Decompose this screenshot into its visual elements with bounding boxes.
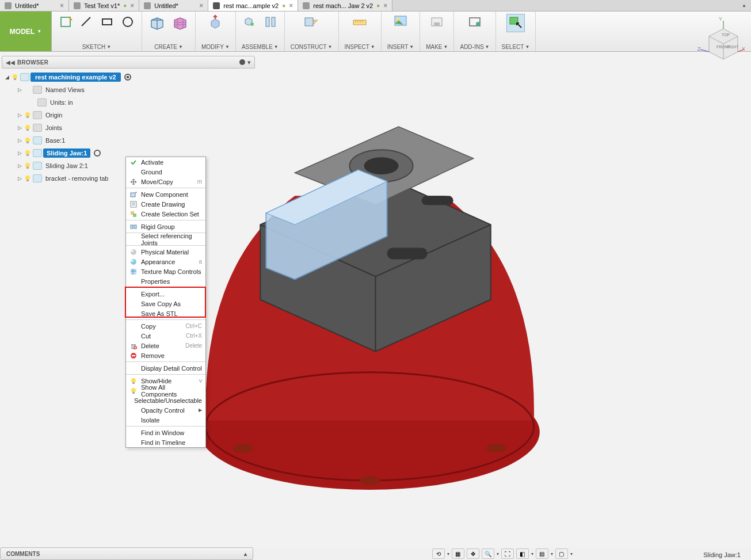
visibility-bulb-icon[interactable] [24,136,32,144]
joint-asbuilt-icon[interactable] [262,14,279,30]
visibility-bulb-icon[interactable] [24,111,32,119]
group-label[interactable]: INSPECT▼ [345,44,375,50]
tree-node[interactable]: ▷Origin [2,109,255,121]
menu-item-texture-map-controls[interactable]: Texture Map Controls [126,266,205,276]
menu-item-isolate[interactable]: Isolate [126,415,205,425]
print3d-icon[interactable] [429,14,445,30]
group-label[interactable]: MAKE▼ [426,44,448,50]
comments-panel-header[interactable]: COMMENTS ▴ [0,547,253,560]
sketch-create-icon[interactable] [58,14,74,30]
grid-icon[interactable]: ▤ [536,548,548,559]
close-icon[interactable]: × [289,2,293,10]
measure-icon[interactable] [352,14,368,30]
menu-item-export[interactable]: Export... [126,289,205,299]
presspull-icon[interactable] [207,14,223,30]
menu-item-appearance[interactable]: Appearancea [126,257,205,266]
expander-icon[interactable]: ◢ [4,74,10,80]
tree-root[interactable]: ◢ rest machining example v2 [2,71,255,83]
expander-icon[interactable]: ▷ [17,112,22,118]
menu-item-activate[interactable]: Activate [126,157,205,167]
expander-icon[interactable]: ▷ [17,163,22,169]
options-icon[interactable]: ▾ [247,59,251,66]
tree-node[interactable]: Units: in [2,96,255,109]
workspace-switcher[interactable]: MODEL ▼ [0,12,52,51]
plane-icon[interactable] [303,14,319,30]
insert-decal-icon[interactable] [392,14,409,30]
display-style-icon[interactable]: ◧ [516,548,529,559]
menu-item-select-referencing-joints[interactable]: Select referencing Joints [126,234,205,244]
tab-untitled-2[interactable]: Untitled* × [139,0,208,11]
view-cube[interactable]: Y Z X FRONT TOP RIGHT [695,16,741,62]
pan-icon[interactable]: ✥ [467,548,479,559]
close-icon[interactable]: × [130,2,134,10]
visibility-bulb-icon[interactable] [24,149,32,157]
group-label[interactable]: SKETCH▼ [82,44,111,50]
tree-node[interactable]: ▷Named Views [2,83,255,96]
circle-icon[interactable] [120,14,136,30]
menu-item-physical-material[interactable]: Physical Material [126,247,205,257]
menu-item-save-copy-as[interactable]: Save Copy As [126,299,205,308]
line-icon[interactable] [78,14,94,30]
menu-item-find-in-window[interactable]: Find in Window [126,428,205,437]
select-tool-icon[interactable] [506,14,525,32]
menu-item-create-drawing[interactable]: Create Drawing [126,199,205,209]
tab-test-text[interactable]: Test Text v1* ● × [69,0,139,11]
menu-item-rigid-group[interactable]: Rigid Group [126,222,205,231]
menu-item-move-copy[interactable]: Move/Copym [126,177,205,186]
menu-item-ground[interactable]: Ground [126,167,205,177]
tab-jaw2[interactable]: rest mach... Jaw 2 v2 ● × [298,0,392,11]
expander-icon[interactable]: ▷ [17,125,22,131]
menu-item-copy[interactable]: CopyCtrl+C [126,321,205,331]
joint-icon[interactable] [242,14,258,30]
minimize-dot-icon[interactable] [239,59,245,65]
group-label[interactable]: MODIFY▼ [201,44,230,50]
menu-item-properties[interactable]: Properties [126,276,205,286]
orbit-icon[interactable]: ⟲ [432,548,445,559]
expander-icon[interactable]: ▷ [17,87,22,93]
menu-item-delete[interactable]: DeleteDelete [126,341,205,351]
group-label[interactable]: CONSTRUCT▼ [291,44,333,50]
zoom-icon[interactable]: 🔍 [482,548,494,559]
menu-item-display-detail-control[interactable]: Display Detail Control [126,363,205,373]
tab-rest-machining[interactable]: rest mac...ample v2 ● × [208,0,298,11]
tab-overflow-indicator[interactable]: ▲ [737,0,751,11]
menu-item-remove[interactable]: Remove [126,351,205,360]
close-icon[interactable]: × [60,2,64,10]
close-icon[interactable]: × [199,2,203,10]
lookAt-icon[interactable]: ▦ [452,548,464,559]
rectangle-icon[interactable] [99,14,115,30]
group-label[interactable]: INSERT▼ [387,44,414,50]
menu-item-selectable-unselectable[interactable]: Selectable/Unselectable [126,395,205,405]
browser-header[interactable]: ◀◀ BROWSER ▾ [2,56,255,68]
group-label[interactable]: SELECT▼ [502,44,530,50]
addins-icon[interactable] [467,14,483,30]
visibility-bulb-icon[interactable] [24,174,32,182]
visibility-bulb-icon[interactable] [24,162,32,170]
expander-icon[interactable]: ▷ [17,150,22,156]
menu-item-show-all-components[interactable]: Show All Components [126,386,205,395]
close-icon[interactable]: × [383,2,387,10]
tree-node[interactable]: ▷Joints [2,121,255,134]
form-icon[interactable] [171,14,189,32]
tree-node[interactable]: ▷Base:1 [2,134,255,147]
group-label[interactable]: ASSEMBLE▼ [242,44,279,50]
activate-radio-icon[interactable] [94,150,101,157]
viewport-icon[interactable]: ▢ [555,548,568,559]
active-radio-icon[interactable] [124,74,131,81]
menu-item-opacity-control[interactable]: Opacity Control▶ [126,405,205,415]
tab-untitled-1[interactable]: Untitled* × [0,0,69,11]
menu-item-new-component[interactable]: +New Component [126,189,205,199]
group-label[interactable]: ADD-INS▼ [460,44,489,50]
visibility-bulb-icon[interactable] [11,73,19,81]
group-label[interactable]: CREATE▼ [154,44,183,50]
menu-item-create-selection-set[interactable]: Create Selection Set [126,209,205,219]
menu-item-find-in-timeline[interactable]: Find in Timeline [126,437,205,447]
visibility-bulb-icon[interactable] [24,124,32,132]
expander-icon[interactable]: ▷ [17,138,22,143]
box-icon[interactable] [148,14,166,32]
expander-icon[interactable]: ▷ [17,176,22,181]
collapse-icon[interactable]: ◀◀ [6,59,15,66]
menu-item-save-as-stl[interactable]: Save As STL [126,308,205,318]
expand-icon[interactable]: ▴ [244,551,247,557]
fit-icon[interactable]: ⛶ [501,548,514,559]
